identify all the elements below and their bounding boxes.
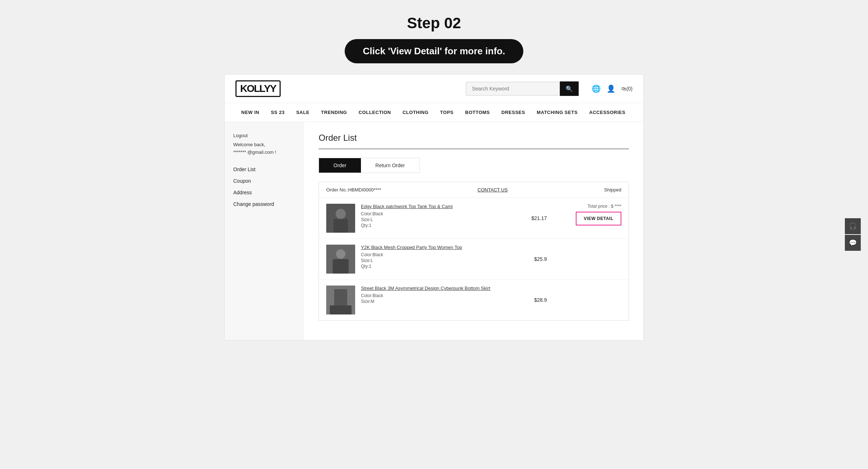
svg-rect-7	[334, 289, 347, 307]
sidebar-item-order-list[interactable]: Order List	[233, 164, 295, 175]
nav-item-accessories[interactable]: ACCESSORIES	[583, 103, 631, 122]
product-qty-2: Qty:1	[361, 264, 518, 269]
nav-list: NEW IN SS 23 SALE TRENDING COLLECTION CL…	[235, 103, 633, 122]
title-divider	[319, 149, 629, 149]
search-input[interactable]	[466, 82, 560, 96]
contact-us-link[interactable]: CONTACT US	[477, 187, 507, 193]
sidebar-item-change-password[interactable]: Change password	[233, 198, 295, 210]
svg-point-1	[336, 209, 346, 219]
product-name-1[interactable]: Edgy Black patchwork Top Tank Top & Cami	[361, 204, 515, 209]
step-subtitle: Click 'View Detail' for more info.	[345, 39, 523, 63]
svg-rect-8	[330, 305, 352, 314]
order-card-header: Order No.:HBMDI0000**** CONTACT US Shipp…	[319, 182, 629, 198]
product-qty-1: Qty:1	[361, 223, 515, 228]
product-size-1: Size:L	[361, 217, 515, 222]
instruction-area: Step 02 Click 'View Detail' for more inf…	[0, 0, 868, 74]
chat-icon: 💬	[849, 239, 857, 247]
sidebar-email: ******* @gmail.com !	[233, 149, 295, 155]
product-size-3: Size:M	[361, 299, 518, 304]
site-wrapper: KOLLYY 🔍 🌐 👤 🛍(0) NEW IN SS 23 SALE TREN…	[224, 74, 644, 341]
float-buttons: 🎧 💬	[845, 218, 861, 251]
globe-icon[interactable]: 🌐	[592, 84, 601, 93]
product-price-1: $21.17	[520, 215, 558, 221]
total-price-label-1: Total price : $ ****	[588, 204, 621, 209]
product-color-1: Color:Black	[361, 211, 515, 216]
nav-item-sale[interactable]: SALE	[290, 103, 315, 122]
chat-button[interactable]: 💬	[845, 235, 861, 251]
order-item-2: Y2K Black Mesh Cropped Party Top Women T…	[319, 239, 629, 280]
nav-item-trending[interactable]: TRENDING	[315, 103, 353, 122]
order-item-3: Street Black 3M Asymmetrical Design Cybe…	[319, 280, 629, 320]
cart-icon[interactable]: 🛍(0)	[621, 86, 633, 92]
nav-item-clothing[interactable]: CLOTHING	[397, 103, 434, 122]
sidebar-item-coupon[interactable]: Coupon	[233, 175, 295, 187]
order-status: Shipped	[604, 187, 621, 193]
svg-rect-5	[333, 259, 349, 274]
product-info-1: Edgy Black patchwork Top Tank Top & Cami…	[361, 204, 515, 229]
product-image-1	[326, 204, 355, 233]
view-detail-area-1: Total price : $ **** VIEW DETAIL	[563, 204, 621, 225]
order-card: Order No.:HBMDI0000**** CONTACT US Shipp…	[319, 182, 629, 321]
product-color-2: Color:Black	[361, 252, 518, 257]
order-tabs: Order Return Order	[319, 158, 420, 173]
sidebar: Logout Welcome back, ******* @gmail.com …	[225, 122, 304, 340]
nav-item-matching-sets[interactable]: MATCHING SETS	[531, 103, 583, 122]
view-detail-button-1[interactable]: VIEW DETAIL	[576, 212, 621, 225]
order-item: Edgy Black patchwork Top Tank Top & Cami…	[319, 198, 629, 239]
nav-item-ss23[interactable]: SS 23	[265, 103, 290, 122]
svg-point-4	[336, 249, 345, 259]
search-button[interactable]: 🔍	[560, 81, 579, 96]
nav-item-tops[interactable]: TOPS	[434, 103, 459, 122]
header-search: 🔍	[466, 81, 579, 96]
tab-return-order[interactable]: Return Order	[361, 158, 420, 173]
sidebar-welcome: Welcome back,	[233, 142, 295, 147]
nav-item-new-in[interactable]: NEW IN	[235, 103, 265, 122]
product-name-2[interactable]: Y2K Black Mesh Cropped Party Top Women T…	[361, 245, 518, 250]
nav-item-bottoms[interactable]: BOTTOMS	[459, 103, 495, 122]
content-area: Logout Welcome back, ******* @gmail.com …	[225, 122, 643, 340]
header-icons: 🌐 👤 🛍(0)	[592, 84, 633, 93]
main-content: Order List Order Return Order Order No.:…	[304, 122, 643, 340]
nav-item-collection[interactable]: COLLECTION	[353, 103, 397, 122]
product-price-2: $25.9	[523, 256, 558, 262]
product-image-3	[326, 286, 355, 314]
user-icon[interactable]: 👤	[607, 84, 616, 93]
sidebar-menu: Order List Coupon Address Change passwor…	[233, 164, 295, 210]
tab-order[interactable]: Order	[319, 158, 361, 173]
step-title: Step 02	[7, 14, 861, 32]
site-navigation: NEW IN SS 23 SALE TRENDING COLLECTION CL…	[225, 103, 643, 122]
search-icon: 🔍	[566, 86, 573, 92]
order-number: Order No.:HBMDI0000****	[326, 187, 381, 193]
product-image-2	[326, 245, 355, 274]
product-color-3: Color:Black	[361, 293, 518, 298]
product-info-3: Street Black 3M Asymmetrical Design Cybe…	[361, 286, 518, 305]
site-logo[interactable]: KOLLYY	[235, 80, 281, 97]
sidebar-item-address[interactable]: Address	[233, 187, 295, 198]
product-info-2: Y2K Black Mesh Cropped Party Top Women T…	[361, 245, 518, 270]
site-header: KOLLYY 🔍 🌐 👤 🛍(0)	[225, 75, 643, 103]
nav-item-dresses[interactable]: DRESSES	[495, 103, 531, 122]
product-price-3: $28.9	[523, 297, 558, 303]
svg-rect-2	[333, 219, 348, 233]
page-title: Order List	[319, 133, 629, 143]
headphone-icon: 🎧	[849, 222, 857, 230]
product-size-2: Size:L	[361, 258, 518, 263]
product-name-3[interactable]: Street Black 3M Asymmetrical Design Cybe…	[361, 286, 518, 291]
sidebar-logout[interactable]: Logout	[233, 133, 295, 138]
headphone-button[interactable]: 🎧	[845, 218, 861, 234]
